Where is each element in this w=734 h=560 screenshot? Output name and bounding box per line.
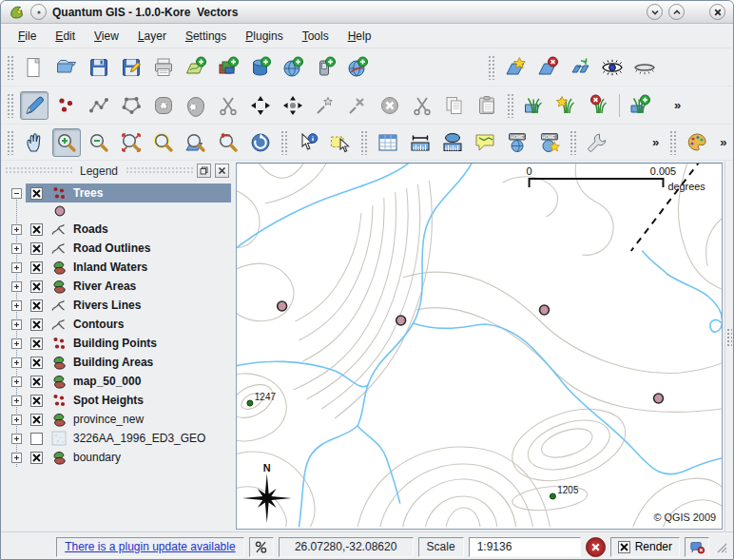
expand-icon[interactable] <box>11 357 22 368</box>
menu-tools[interactable]: Tools <box>293 26 338 47</box>
layer-visibility-checkbox[interactable] <box>30 452 43 464</box>
legend-item-building-points[interactable]: Building Points <box>3 334 231 353</box>
copy-features-button[interactable] <box>440 91 469 120</box>
layer-visibility-checkbox[interactable] <box>30 376 43 388</box>
save-as-button[interactable] <box>117 53 145 82</box>
menu-help[interactable]: Help <box>338 26 381 47</box>
layer-visibility-checkbox[interactable] <box>30 223 43 236</box>
legend-item-inland-waters[interactable]: Inland Waters <box>3 258 231 277</box>
expand-icon[interactable] <box>11 434 22 444</box>
layer-visibility-checkbox[interactable] <box>30 280 43 293</box>
new-layer-button[interactable] <box>501 53 530 82</box>
legend-float-button[interactable] <box>197 164 211 178</box>
plugin-update-link[interactable]: There is a plugin update available <box>65 540 235 553</box>
add-gps-layer-button[interactable] <box>311 53 339 82</box>
legend-item-rivers-lines[interactable]: Rivers Lines <box>3 296 231 315</box>
toolbar-overflow-button[interactable]: » <box>647 135 664 149</box>
maximize-button[interactable] <box>668 4 685 20</box>
grass-new-mapset-button[interactable] <box>552 91 581 120</box>
expand-icon[interactable] <box>11 281 22 292</box>
delete-vertex-button[interactable] <box>343 91 372 120</box>
expand-icon[interactable] <box>11 415 22 425</box>
layer-overview-button[interactable] <box>566 53 594 82</box>
expand-icon[interactable] <box>11 453 22 463</box>
palette-button[interactable] <box>683 128 711 157</box>
legend-item-roads[interactable]: Roads <box>3 220 231 239</box>
toolbar-drag-handle[interactable] <box>488 55 495 80</box>
layer-visibility-checkbox[interactable] <box>30 433 43 445</box>
add-vector-layer-button[interactable] <box>182 53 210 82</box>
legend-item-province-new[interactable]: province_new <box>3 410 231 429</box>
toolbar-overflow-button[interactable]: » <box>715 135 731 149</box>
menu-plugins[interactable]: Plugins <box>236 26 292 47</box>
expand-icon[interactable] <box>11 243 22 254</box>
minimize-button[interactable] <box>647 4 663 20</box>
cut-features-button[interactable] <box>408 91 436 120</box>
toolbar-drag-handle[interactable] <box>7 130 14 155</box>
menu-settings[interactable]: Settings <box>176 26 236 47</box>
capture-line-button[interactable] <box>85 91 113 120</box>
move-feature-button[interactable] <box>279 91 307 120</box>
add-raster-layer-button[interactable] <box>214 53 242 82</box>
expand-icon[interactable] <box>11 396 22 406</box>
map-tips-button[interactable] <box>471 128 499 157</box>
resize-grip[interactable] <box>714 540 727 553</box>
layer-visibility-checkbox[interactable] <box>30 242 43 255</box>
layer-visibility-checkbox[interactable] <box>30 338 43 350</box>
expand-icon[interactable] <box>11 319 22 330</box>
toolbar-overflow-button[interactable]: » <box>669 98 686 112</box>
menu-file[interactable]: File <box>9 26 46 47</box>
add-ring-button[interactable] <box>149 91 178 120</box>
file-new-button[interactable] <box>20 53 48 82</box>
add-db-layer-button[interactable] <box>246 53 275 82</box>
refresh-button[interactable] <box>246 128 275 157</box>
collapse-icon[interactable] <box>11 188 22 199</box>
legend-item-map-50-000[interactable]: map_50_000 <box>3 372 231 391</box>
grass-add-layer-button[interactable] <box>626 91 654 120</box>
scale-input[interactable]: 1:9136 <box>469 537 581 557</box>
projection-status-button[interactable] <box>685 537 709 557</box>
legend-header[interactable]: Legend <box>3 162 231 180</box>
legend-item-building-areas[interactable]: Building Areas <box>3 353 231 372</box>
add-wms-layer-button[interactable] <box>279 53 307 82</box>
layer-visibility-checkbox[interactable] <box>30 187 43 200</box>
new-bookmark-button[interactable]: HOME <box>535 128 564 157</box>
legend-item-road-outlines[interactable]: Road Outlines <box>3 239 231 258</box>
split-features-button[interactable] <box>214 91 242 120</box>
render-checkbox[interactable] <box>618 541 630 553</box>
title-bar[interactable]: Quantum GIS - 1.0.0-Kore Vectors <box>1 1 733 24</box>
pan-button[interactable] <box>20 128 48 157</box>
right-dock-handle[interactable] <box>726 328 732 347</box>
save-button[interactable] <box>85 53 113 82</box>
layer-visibility-checkbox[interactable] <box>30 357 43 369</box>
delete-selected-button[interactable] <box>376 91 404 120</box>
attribute-table-button[interactable] <box>374 128 402 157</box>
toggle-editing-button[interactable] <box>20 91 48 120</box>
layer-visibility-checkbox[interactable] <box>30 319 43 331</box>
add-island-button[interactable] <box>182 91 210 120</box>
zoom-out-button[interactable] <box>85 128 113 157</box>
measure-line-button[interactable] <box>406 128 435 157</box>
legend-item-spot-heights[interactable]: Spot Heights <box>3 391 231 410</box>
legend-item-river-areas[interactable]: River Areas <box>3 277 231 296</box>
window-menu-button[interactable] <box>30 4 47 20</box>
zoom-in-button[interactable] <box>52 128 81 157</box>
legend-item-boundary[interactable]: boundary <box>3 448 231 467</box>
menu-edit[interactable]: Edit <box>46 26 85 47</box>
expand-icon[interactable] <box>11 300 22 311</box>
legend-item-contours[interactable]: Contours <box>3 315 231 334</box>
zoom-selection-button[interactable] <box>149 128 178 157</box>
menu-layer[interactable]: Layer <box>128 26 176 47</box>
move-vertex-button[interactable] <box>246 91 275 120</box>
measure-area-button[interactable] <box>438 128 467 157</box>
layer-visibility-checkbox[interactable] <box>30 261 43 274</box>
grass-close-mapset-button[interactable] <box>585 91 613 120</box>
capture-polygon-button[interactable] <box>117 91 145 120</box>
legend-close-button[interactable] <box>215 164 229 178</box>
toolbar-drag-handle[interactable] <box>360 130 368 155</box>
paste-features-button[interactable] <box>473 91 501 120</box>
layer-visibility-checkbox[interactable] <box>30 414 43 426</box>
identify-button[interactable] <box>294 128 322 157</box>
expand-icon[interactable] <box>11 338 22 349</box>
legend-item-trees[interactable]: Trees <box>3 183 231 203</box>
